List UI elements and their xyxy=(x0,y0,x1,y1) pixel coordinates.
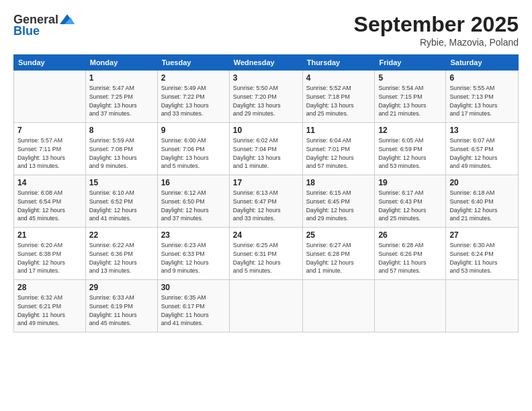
cell-day-number: 18 xyxy=(306,178,371,187)
weekday-header: Sunday xyxy=(14,55,86,71)
cell-day-number: 29 xyxy=(89,283,154,292)
cell-day-number: 22 xyxy=(89,230,154,240)
cell-day-number: 1 xyxy=(89,73,154,83)
calendar-cell: 12Sunrise: 6:05 AMSunset: 6:59 PMDayligh… xyxy=(375,123,446,175)
cell-info-text: Sunrise: 6:15 AMSunset: 6:45 PMDaylight:… xyxy=(306,189,371,223)
calendar-cell: 16Sunrise: 6:12 AMSunset: 6:50 PMDayligh… xyxy=(157,175,229,228)
calendar: SundayMondayTuesdayWednesdayThursdayFrid… xyxy=(13,54,519,332)
calendar-cell: 26Sunrise: 6:28 AMSunset: 6:26 PMDayligh… xyxy=(375,228,446,280)
cell-day-number: 26 xyxy=(378,230,442,240)
calendar-cell: 23Sunrise: 6:23 AMSunset: 6:33 PMDayligh… xyxy=(157,228,229,280)
cell-day-number: 4 xyxy=(306,73,371,83)
calendar-week-row: 1Sunrise: 5:47 AMSunset: 7:25 PMDaylight… xyxy=(14,71,519,123)
cell-info-text: Sunrise: 6:10 AMSunset: 6:52 PMDaylight:… xyxy=(89,189,154,223)
cell-day-number: 7 xyxy=(17,126,82,135)
calendar-cell: 5Sunrise: 5:54 AMSunset: 7:15 PMDaylight… xyxy=(375,71,446,123)
cell-info-text: Sunrise: 6:23 AMSunset: 6:33 PMDaylight:… xyxy=(161,241,226,275)
cell-info-text: Sunrise: 6:17 AMSunset: 6:43 PMDaylight:… xyxy=(378,189,442,223)
calendar-cell: 13Sunrise: 6:07 AMSunset: 6:57 PMDayligh… xyxy=(446,123,519,175)
cell-info-text: Sunrise: 6:27 AMSunset: 6:28 PMDaylight:… xyxy=(306,241,371,275)
cell-info-text: Sunrise: 6:18 AMSunset: 6:40 PMDaylight:… xyxy=(449,189,515,223)
cell-day-number: 23 xyxy=(161,230,226,240)
cell-day-number: 8 xyxy=(89,126,154,135)
cell-day-number: 11 xyxy=(306,126,371,135)
cell-info-text: Sunrise: 5:52 AMSunset: 7:18 PMDaylight:… xyxy=(306,84,371,118)
weekday-header: Thursday xyxy=(302,55,375,71)
cell-day-number: 16 xyxy=(161,178,226,187)
cell-day-number: 17 xyxy=(233,178,299,187)
calendar-cell: 14Sunrise: 6:08 AMSunset: 6:54 PMDayligh… xyxy=(14,175,86,228)
title-block: September 2025 Rybie, Mazovia, Poland xyxy=(354,12,519,48)
cell-info-text: Sunrise: 6:08 AMSunset: 6:54 PMDaylight:… xyxy=(17,189,82,223)
cell-day-number: 5 xyxy=(378,73,442,83)
cell-day-number: 2 xyxy=(161,73,226,83)
cell-info-text: Sunrise: 6:25 AMSunset: 6:31 PMDaylight:… xyxy=(233,241,299,275)
cell-info-text: Sunrise: 6:22 AMSunset: 6:36 PMDaylight:… xyxy=(89,241,154,275)
calendar-cell: 2Sunrise: 5:49 AMSunset: 7:22 PMDaylight… xyxy=(157,71,229,123)
calendar-cell xyxy=(375,280,446,332)
cell-info-text: Sunrise: 6:04 AMSunset: 7:01 PMDaylight:… xyxy=(306,136,371,171)
cell-day-number: 28 xyxy=(17,283,82,292)
cell-info-text: Sunrise: 6:07 AMSunset: 6:57 PMDaylight:… xyxy=(449,136,515,171)
calendar-cell: 7Sunrise: 5:57 AMSunset: 7:11 PMDaylight… xyxy=(14,123,86,175)
cell-info-text: Sunrise: 5:54 AMSunset: 7:15 PMDaylight:… xyxy=(378,84,442,118)
calendar-cell xyxy=(14,71,86,123)
cell-day-number: 6 xyxy=(449,73,515,83)
cell-info-text: Sunrise: 6:30 AMSunset: 6:24 PMDaylight:… xyxy=(449,241,515,275)
cell-info-text: Sunrise: 6:35 AMSunset: 6:17 PMDaylight:… xyxy=(161,293,226,328)
cell-day-number: 21 xyxy=(17,230,82,240)
calendar-cell: 6Sunrise: 5:55 AMSunset: 7:13 PMDaylight… xyxy=(446,71,519,123)
calendar-cell: 9Sunrise: 6:00 AMSunset: 7:06 PMDaylight… xyxy=(157,123,229,175)
calendar-cell: 17Sunrise: 6:13 AMSunset: 6:47 PMDayligh… xyxy=(229,175,302,228)
cell-info-text: Sunrise: 6:12 AMSunset: 6:50 PMDaylight:… xyxy=(161,189,226,223)
weekday-header: Friday xyxy=(375,55,446,71)
cell-info-text: Sunrise: 6:02 AMSunset: 7:04 PMDaylight:… xyxy=(233,136,299,171)
calendar-cell: 21Sunrise: 6:20 AMSunset: 6:38 PMDayligh… xyxy=(14,228,86,280)
calendar-cell: 11Sunrise: 6:04 AMSunset: 7:01 PMDayligh… xyxy=(302,123,375,175)
weekday-header: Tuesday xyxy=(157,55,229,71)
logo-icon xyxy=(60,12,75,27)
calendar-week-row: 7Sunrise: 5:57 AMSunset: 7:11 PMDaylight… xyxy=(14,123,519,175)
weekday-header: Wednesday xyxy=(229,55,302,71)
calendar-cell: 27Sunrise: 6:30 AMSunset: 6:24 PMDayligh… xyxy=(446,228,519,280)
cell-info-text: Sunrise: 6:28 AMSunset: 6:26 PMDaylight:… xyxy=(378,241,442,275)
cell-day-number: 14 xyxy=(17,178,82,187)
calendar-cell xyxy=(229,280,302,332)
calendar-cell: 24Sunrise: 6:25 AMSunset: 6:31 PMDayligh… xyxy=(229,228,302,280)
cell-info-text: Sunrise: 5:50 AMSunset: 7:20 PMDaylight:… xyxy=(233,84,299,118)
calendar-week-row: 28Sunrise: 6:32 AMSunset: 6:21 PMDayligh… xyxy=(14,280,519,332)
calendar-cell: 25Sunrise: 6:27 AMSunset: 6:28 PMDayligh… xyxy=(302,228,375,280)
cell-day-number: 9 xyxy=(161,126,226,135)
calendar-cell: 3Sunrise: 5:50 AMSunset: 7:20 PMDaylight… xyxy=(229,71,302,123)
calendar-week-row: 21Sunrise: 6:20 AMSunset: 6:38 PMDayligh… xyxy=(14,228,519,280)
cell-info-text: Sunrise: 5:55 AMSunset: 7:13 PMDaylight:… xyxy=(449,84,515,118)
cell-day-number: 10 xyxy=(233,126,299,135)
calendar-cell xyxy=(302,280,375,332)
cell-info-text: Sunrise: 6:05 AMSunset: 6:59 PMDaylight:… xyxy=(378,136,442,171)
cell-info-text: Sunrise: 5:57 AMSunset: 7:11 PMDaylight:… xyxy=(17,136,82,171)
cell-info-text: Sunrise: 6:20 AMSunset: 6:38 PMDaylight:… xyxy=(17,241,82,275)
calendar-cell: 18Sunrise: 6:15 AMSunset: 6:45 PMDayligh… xyxy=(302,175,375,228)
weekday-header: Monday xyxy=(85,55,157,71)
cell-day-number: 15 xyxy=(89,178,154,187)
calendar-cell: 20Sunrise: 6:18 AMSunset: 6:40 PMDayligh… xyxy=(446,175,519,228)
location-subtitle: Rybie, Mazovia, Poland xyxy=(354,37,519,48)
calendar-cell: 28Sunrise: 6:32 AMSunset: 6:21 PMDayligh… xyxy=(14,280,86,332)
calendar-cell: 15Sunrise: 6:10 AMSunset: 6:52 PMDayligh… xyxy=(85,175,157,228)
cell-info-text: Sunrise: 5:59 AMSunset: 7:08 PMDaylight:… xyxy=(89,136,154,171)
cell-info-text: Sunrise: 6:32 AMSunset: 6:21 PMDaylight:… xyxy=(17,293,82,328)
cell-day-number: 27 xyxy=(449,230,515,240)
header: General Blue September 2025 Rybie, Mazov… xyxy=(13,12,519,48)
cell-day-number: 3 xyxy=(233,73,299,83)
calendar-cell xyxy=(446,280,519,332)
calendar-cell: 10Sunrise: 6:02 AMSunset: 7:04 PMDayligh… xyxy=(229,123,302,175)
page: General Blue September 2025 Rybie, Mazov… xyxy=(0,0,532,411)
month-title: September 2025 xyxy=(354,12,519,37)
cell-day-number: 19 xyxy=(378,178,442,187)
weekday-header: Saturday xyxy=(446,55,519,71)
cell-day-number: 13 xyxy=(449,126,515,135)
calendar-cell: 19Sunrise: 6:17 AMSunset: 6:43 PMDayligh… xyxy=(375,175,446,228)
cell-day-number: 20 xyxy=(449,178,515,187)
cell-info-text: Sunrise: 5:47 AMSunset: 7:25 PMDaylight:… xyxy=(89,84,154,118)
calendar-cell: 22Sunrise: 6:22 AMSunset: 6:36 PMDayligh… xyxy=(85,228,157,280)
